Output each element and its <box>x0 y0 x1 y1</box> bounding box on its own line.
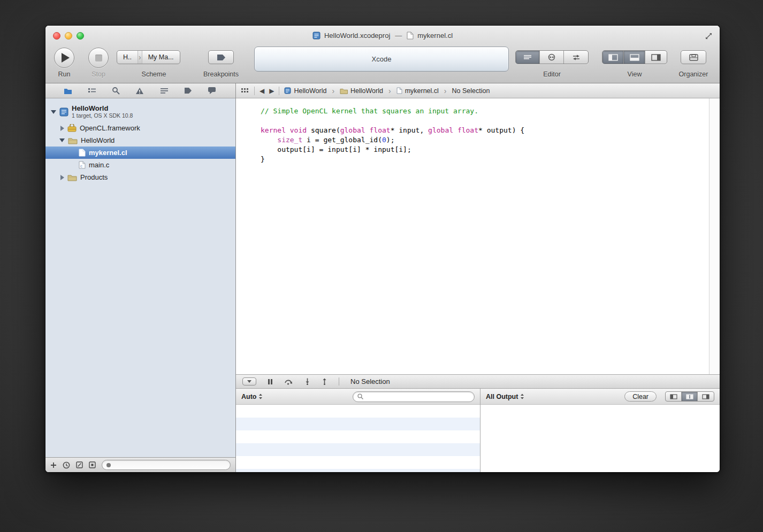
breadcrumb-separator: › <box>388 87 391 95</box>
breakpoints-button[interactable] <box>208 50 234 64</box>
breadcrumb-selection[interactable]: No Selection <box>452 87 490 95</box>
forward-button[interactable]: ▶ <box>269 88 274 94</box>
tree-row-helloworld-group[interactable]: HelloWorld <box>45 134 235 147</box>
scheme-selector[interactable]: H.. › My Ma... <box>117 50 180 64</box>
hide-debug-area-button[interactable] <box>242 377 256 385</box>
run-button[interactable] <box>54 48 74 68</box>
disclosure-closed-icon[interactable] <box>60 175 64 180</box>
window-title-project: HelloWorld.xcodeproj <box>324 32 390 40</box>
tree-row-products[interactable]: Products <box>45 171 235 183</box>
variables-search-input[interactable] <box>367 393 470 400</box>
variables-scope-popup[interactable]: Auto <box>241 393 263 400</box>
debugbar-divider <box>339 377 339 385</box>
scheme-project-segment[interactable]: H.. <box>117 53 138 61</box>
navigator-filter-field[interactable] <box>102 460 231 470</box>
back-button[interactable]: ◀ <box>260 88 264 94</box>
scheme-destination-segment[interactable]: My Ma... <box>142 53 180 61</box>
navigator-sidebar: HelloWorld 1 target, OS X SDK 10.8 OpenC… <box>45 83 236 472</box>
xcode-project-icon <box>284 87 291 94</box>
breakpoint-navigator-icon[interactable] <box>184 87 192 94</box>
debug-panel-icon <box>630 54 639 61</box>
breadcrumb-project[interactable]: HelloWorld <box>284 87 326 95</box>
pause-button[interactable] <box>268 379 273 385</box>
jumpbar-divider <box>279 87 279 95</box>
breadcrumb-file[interactable]: mykernel.cl <box>396 87 439 95</box>
popup-arrows-icon <box>520 394 524 399</box>
console-output[interactable] <box>480 405 720 472</box>
disclosure-closed-icon[interactable] <box>60 126 64 131</box>
breadcrumb-label: HelloWorld <box>294 87 326 95</box>
step-into-button[interactable] <box>304 378 310 385</box>
recent-files-clock-icon[interactable] <box>63 461 70 469</box>
assistant-editor-button[interactable] <box>540 51 564 64</box>
filter-icon <box>106 462 111 468</box>
project-row[interactable]: HelloWorld 1 target, OS X SDK 10.8 <box>45 102 235 122</box>
tree-row-opencl-framework[interactable]: OpenCL.framework <box>45 122 235 134</box>
clear-console-button[interactable]: Clear <box>624 391 657 402</box>
search-navigator-icon[interactable] <box>112 87 120 95</box>
log-navigator-icon[interactable] <box>208 87 216 95</box>
organizer-label: Organizer <box>667 71 720 78</box>
breadcrumb-group[interactable]: HelloWorld <box>340 87 383 95</box>
tree-row-main-c[interactable]: c main.c <box>45 159 235 171</box>
step-over-button[interactable] <box>284 379 293 385</box>
main-content: HelloWorld 1 target, OS X SDK 10.8 OpenC… <box>45 83 720 472</box>
popup-arrows-icon <box>258 394 263 399</box>
console-filter-label: All Output <box>486 393 518 400</box>
editor-label: Editor <box>515 71 589 78</box>
navigator-panel-icon <box>608 54 618 61</box>
utilities-panel-icon <box>651 54 661 61</box>
project-navigator-tree: HelloWorld 1 target, OS X SDK 10.8 OpenC… <box>45 98 235 457</box>
organizer-button[interactable] <box>681 50 706 64</box>
stop-button[interactable] <box>88 48 109 68</box>
source-editor[interactable]: // Simple OpenCL kernel that squares an … <box>236 98 720 374</box>
variables-list[interactable] <box>236 405 480 472</box>
run-icon <box>62 53 70 63</box>
unsaved-files-icon[interactable] <box>76 461 83 468</box>
editor-scrollbar[interactable] <box>709 98 720 374</box>
show-variables-only-button[interactable] <box>666 392 682 401</box>
toggle-utilities-button[interactable] <box>645 51 667 64</box>
view-label: View <box>602 71 667 78</box>
show-both-panes-button[interactable] <box>682 392 698 401</box>
console-filter-popup[interactable]: All Output <box>486 393 524 400</box>
variables-scope-label: Auto <box>241 393 256 400</box>
xcode-project-icon <box>59 107 68 117</box>
show-console-only-button[interactable] <box>698 392 714 401</box>
debug-navigator-icon[interactable] <box>160 87 169 95</box>
scm-status-icon[interactable] <box>89 461 96 468</box>
code-area[interactable]: // Simple OpenCL kernel that squares an … <box>236 98 709 374</box>
toggle-debug-area-button[interactable] <box>624 51 645 64</box>
xcode-project-icon <box>312 32 321 40</box>
titlebar[interactable]: HelloWorld.xcodeproj — mykernel.cl <box>45 26 720 45</box>
version-editor-button[interactable] <box>564 51 588 64</box>
scheme-label: Scheme <box>117 71 191 78</box>
breadcrumb-separator: › <box>444 87 447 95</box>
organizer-icon <box>689 53 698 61</box>
chevron-down-icon <box>247 380 252 383</box>
framework-toolbox-icon <box>67 124 77 132</box>
toggle-navigator-button[interactable] <box>602 51 624 64</box>
debug-area: Auto All Ou <box>236 389 720 472</box>
issue-navigator-icon[interactable] <box>135 87 144 95</box>
disclosure-open-icon[interactable] <box>59 138 65 142</box>
breadcrumb-separator: › <box>332 87 334 95</box>
standard-editor-button[interactable] <box>516 51 540 64</box>
fullscreen-icon[interactable] <box>704 31 713 41</box>
tree-row-mykernel[interactable]: mykernel.cl <box>45 147 235 159</box>
add-button[interactable] <box>50 462 57 468</box>
debug-status-text: No Selection <box>350 377 390 385</box>
project-navigator-icon[interactable] <box>64 87 72 95</box>
stop-icon <box>95 55 102 61</box>
right-pane-icon <box>702 394 709 399</box>
navigator-filter-input[interactable] <box>114 461 226 469</box>
breadcrumb-label: HelloWorld <box>350 87 383 95</box>
variables-search-field[interactable] <box>353 391 475 402</box>
group-folder-icon <box>68 137 78 144</box>
activity-viewer: Xcode <box>254 47 509 72</box>
symbol-navigator-icon[interactable] <box>88 87 96 95</box>
disclosure-open-icon[interactable] <box>51 110 56 114</box>
standard-editor-icon <box>523 54 532 61</box>
step-out-button[interactable] <box>322 378 327 385</box>
related-items-icon[interactable] <box>241 88 249 94</box>
